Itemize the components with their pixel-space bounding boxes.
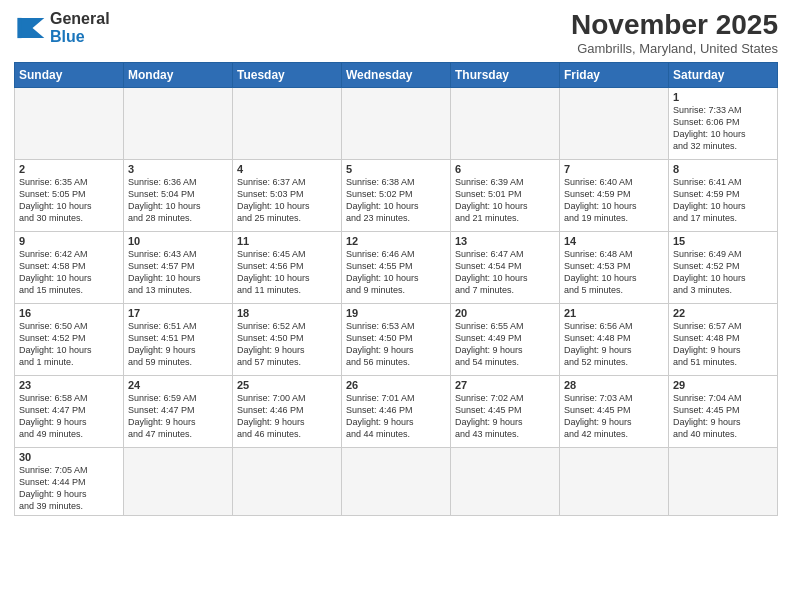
calendar-cell: 5Sunrise: 6:38 AM Sunset: 5:02 PM Daylig… <box>342 159 451 231</box>
day-number: 29 <box>673 379 773 391</box>
calendar-week-2: 2Sunrise: 6:35 AM Sunset: 5:05 PM Daylig… <box>15 159 778 231</box>
calendar-cell: 26Sunrise: 7:01 AM Sunset: 4:46 PM Dayli… <box>342 375 451 447</box>
weekday-header-row: SundayMondayTuesdayWednesdayThursdayFrid… <box>15 62 778 87</box>
day-info: Sunrise: 6:57 AM Sunset: 4:48 PM Dayligh… <box>673 320 773 369</box>
day-number: 10 <box>128 235 228 247</box>
calendar-cell: 27Sunrise: 7:02 AM Sunset: 4:45 PM Dayli… <box>451 375 560 447</box>
calendar-week-5: 23Sunrise: 6:58 AM Sunset: 4:47 PM Dayli… <box>15 375 778 447</box>
day-info: Sunrise: 6:45 AM Sunset: 4:56 PM Dayligh… <box>237 248 337 297</box>
calendar-cell: 4Sunrise: 6:37 AM Sunset: 5:03 PM Daylig… <box>233 159 342 231</box>
header: General Blue November 2025 Gambrills, Ma… <box>14 10 778 56</box>
day-number: 2 <box>19 163 119 175</box>
day-info: Sunrise: 6:41 AM Sunset: 4:59 PM Dayligh… <box>673 176 773 225</box>
calendar-cell <box>451 87 560 159</box>
calendar-cell: 29Sunrise: 7:04 AM Sunset: 4:45 PM Dayli… <box>669 375 778 447</box>
day-info: Sunrise: 6:42 AM Sunset: 4:58 PM Dayligh… <box>19 248 119 297</box>
day-info: Sunrise: 6:56 AM Sunset: 4:48 PM Dayligh… <box>564 320 664 369</box>
day-info: Sunrise: 7:03 AM Sunset: 4:45 PM Dayligh… <box>564 392 664 441</box>
calendar-week-3: 9Sunrise: 6:42 AM Sunset: 4:58 PM Daylig… <box>15 231 778 303</box>
calendar-cell <box>233 447 342 516</box>
day-info: Sunrise: 6:39 AM Sunset: 5:01 PM Dayligh… <box>455 176 555 225</box>
day-info: Sunrise: 6:52 AM Sunset: 4:50 PM Dayligh… <box>237 320 337 369</box>
day-number: 1 <box>673 91 773 103</box>
day-info: Sunrise: 6:46 AM Sunset: 4:55 PM Dayligh… <box>346 248 446 297</box>
day-info: Sunrise: 6:51 AM Sunset: 4:51 PM Dayligh… <box>128 320 228 369</box>
day-number: 28 <box>564 379 664 391</box>
weekday-header-saturday: Saturday <box>669 62 778 87</box>
day-number: 3 <box>128 163 228 175</box>
day-info: Sunrise: 6:36 AM Sunset: 5:04 PM Dayligh… <box>128 176 228 225</box>
calendar-cell: 18Sunrise: 6:52 AM Sunset: 4:50 PM Dayli… <box>233 303 342 375</box>
calendar-week-6: 30Sunrise: 7:05 AM Sunset: 4:44 PM Dayli… <box>15 447 778 516</box>
day-number: 17 <box>128 307 228 319</box>
calendar-cell: 14Sunrise: 6:48 AM Sunset: 4:53 PM Dayli… <box>560 231 669 303</box>
svg-rect-1 <box>17 17 21 37</box>
calendar-cell: 28Sunrise: 7:03 AM Sunset: 4:45 PM Dayli… <box>560 375 669 447</box>
location-subtitle: Gambrills, Maryland, United States <box>571 41 778 56</box>
day-info: Sunrise: 6:55 AM Sunset: 4:49 PM Dayligh… <box>455 320 555 369</box>
day-info: Sunrise: 7:00 AM Sunset: 4:46 PM Dayligh… <box>237 392 337 441</box>
day-info: Sunrise: 6:43 AM Sunset: 4:57 PM Dayligh… <box>128 248 228 297</box>
generalblue-logo-icon <box>14 14 46 42</box>
weekday-header-sunday: Sunday <box>15 62 124 87</box>
calendar-cell: 9Sunrise: 6:42 AM Sunset: 4:58 PM Daylig… <box>15 231 124 303</box>
calendar-table: SundayMondayTuesdayWednesdayThursdayFrid… <box>14 62 778 517</box>
calendar-cell: 19Sunrise: 6:53 AM Sunset: 4:50 PM Dayli… <box>342 303 451 375</box>
day-info: Sunrise: 6:35 AM Sunset: 5:05 PM Dayligh… <box>19 176 119 225</box>
calendar-cell: 23Sunrise: 6:58 AM Sunset: 4:47 PM Dayli… <box>15 375 124 447</box>
calendar-cell <box>124 87 233 159</box>
calendar-cell <box>669 447 778 516</box>
day-info: Sunrise: 6:47 AM Sunset: 4:54 PM Dayligh… <box>455 248 555 297</box>
calendar-cell: 13Sunrise: 6:47 AM Sunset: 4:54 PM Dayli… <box>451 231 560 303</box>
calendar-cell: 30Sunrise: 7:05 AM Sunset: 4:44 PM Dayli… <box>15 447 124 516</box>
day-info: Sunrise: 7:02 AM Sunset: 4:45 PM Dayligh… <box>455 392 555 441</box>
calendar-cell: 6Sunrise: 6:39 AM Sunset: 5:01 PM Daylig… <box>451 159 560 231</box>
day-info: Sunrise: 6:58 AM Sunset: 4:47 PM Dayligh… <box>19 392 119 441</box>
calendar-cell: 12Sunrise: 6:46 AM Sunset: 4:55 PM Dayli… <box>342 231 451 303</box>
day-number: 5 <box>346 163 446 175</box>
day-number: 21 <box>564 307 664 319</box>
day-number: 8 <box>673 163 773 175</box>
day-number: 19 <box>346 307 446 319</box>
day-info: Sunrise: 7:05 AM Sunset: 4:44 PM Dayligh… <box>19 464 119 513</box>
day-number: 27 <box>455 379 555 391</box>
calendar-cell <box>124 447 233 516</box>
calendar-cell: 8Sunrise: 6:41 AM Sunset: 4:59 PM Daylig… <box>669 159 778 231</box>
day-info: Sunrise: 7:01 AM Sunset: 4:46 PM Dayligh… <box>346 392 446 441</box>
day-info: Sunrise: 6:49 AM Sunset: 4:52 PM Dayligh… <box>673 248 773 297</box>
day-number: 6 <box>455 163 555 175</box>
day-number: 20 <box>455 307 555 319</box>
logo: General Blue <box>14 10 110 45</box>
day-number: 25 <box>237 379 337 391</box>
svg-marker-0 <box>21 17 45 37</box>
calendar-cell: 24Sunrise: 6:59 AM Sunset: 4:47 PM Dayli… <box>124 375 233 447</box>
day-number: 18 <box>237 307 337 319</box>
day-number: 7 <box>564 163 664 175</box>
day-info: Sunrise: 6:59 AM Sunset: 4:47 PM Dayligh… <box>128 392 228 441</box>
calendar-cell: 20Sunrise: 6:55 AM Sunset: 4:49 PM Dayli… <box>451 303 560 375</box>
calendar-week-4: 16Sunrise: 6:50 AM Sunset: 4:52 PM Dayli… <box>15 303 778 375</box>
calendar-cell: 22Sunrise: 6:57 AM Sunset: 4:48 PM Dayli… <box>669 303 778 375</box>
calendar-cell: 7Sunrise: 6:40 AM Sunset: 4:59 PM Daylig… <box>560 159 669 231</box>
logo-text: General Blue <box>50 10 110 45</box>
title-block: November 2025 Gambrills, Maryland, Unite… <box>571 10 778 56</box>
calendar-cell <box>451 447 560 516</box>
calendar-cell: 1Sunrise: 7:33 AM Sunset: 6:06 PM Daylig… <box>669 87 778 159</box>
calendar-cell <box>233 87 342 159</box>
calendar-cell <box>560 87 669 159</box>
day-info: Sunrise: 6:48 AM Sunset: 4:53 PM Dayligh… <box>564 248 664 297</box>
calendar-week-1: 1Sunrise: 7:33 AM Sunset: 6:06 PM Daylig… <box>15 87 778 159</box>
calendar-cell: 21Sunrise: 6:56 AM Sunset: 4:48 PM Dayli… <box>560 303 669 375</box>
day-info: Sunrise: 6:53 AM Sunset: 4:50 PM Dayligh… <box>346 320 446 369</box>
day-info: Sunrise: 7:04 AM Sunset: 4:45 PM Dayligh… <box>673 392 773 441</box>
month-title: November 2025 <box>571 10 778 41</box>
calendar-cell: 17Sunrise: 6:51 AM Sunset: 4:51 PM Dayli… <box>124 303 233 375</box>
calendar-cell: 10Sunrise: 6:43 AM Sunset: 4:57 PM Dayli… <box>124 231 233 303</box>
calendar-cell: 11Sunrise: 6:45 AM Sunset: 4:56 PM Dayli… <box>233 231 342 303</box>
page: General Blue November 2025 Gambrills, Ma… <box>0 0 792 612</box>
day-info: Sunrise: 6:40 AM Sunset: 4:59 PM Dayligh… <box>564 176 664 225</box>
day-number: 4 <box>237 163 337 175</box>
day-number: 13 <box>455 235 555 247</box>
calendar-cell <box>15 87 124 159</box>
calendar-cell: 15Sunrise: 6:49 AM Sunset: 4:52 PM Dayli… <box>669 231 778 303</box>
